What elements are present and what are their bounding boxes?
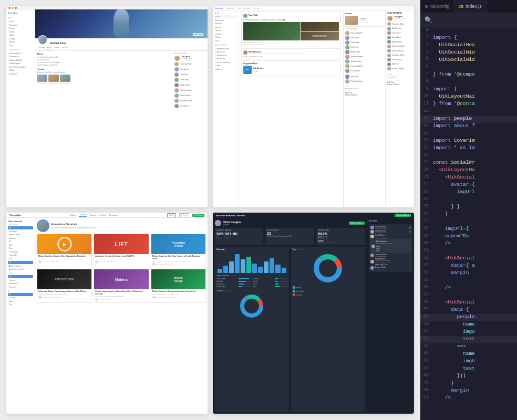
tab-config[interactable]: ⚙ nd.config	[420, 0, 454, 13]
ts-page-title: Animations Tutorials	[51, 223, 95, 226]
sp-nav-friends[interactable]: Friends	[8, 27, 33, 30]
sp-nav-photos[interactable]: Photos	[8, 40, 33, 44]
tab-config-label: nd.config	[430, 4, 450, 9]
sf-right-sidebar: SEND MESSAGE Lila Lights JP Captain Morg…	[385, 10, 414, 207]
ts-gopremium-btn[interactable]: Go Premium	[192, 214, 204, 217]
sp-group-3[interactable]: ● Basketball UK	[8, 59, 33, 62]
code-line-11: 11 } from '@conta	[420, 101, 517, 108]
sp-group-2[interactable]: ● Newsfeed	[8, 55, 33, 58]
code-line-17: 17 import * as im	[420, 145, 517, 152]
sf-post-1: Ryan Wills is eating with Lauren Pacheco…	[241, 12, 341, 47]
code-line-49: 49 }	[420, 380, 517, 387]
code-line-46: 46 imgU	[420, 358, 517, 365]
code-line-44: 44 ==>	[420, 343, 517, 351]
code-line-36: 36 />	[420, 285, 517, 292]
ad-title: Business Analytics Overview	[216, 214, 245, 217]
ad-bar-chart-section: Overview	[215, 247, 289, 412]
ad-metric-sessions: REVIEW STATS 969,942 428,112 $1,290 Next…	[316, 228, 365, 245]
tutorial-screenshot: Tutorialio Explore Tutorials Courses Pro…	[6, 213, 208, 414]
ad-people-list: Isabel Harrison A quite new admirer Stel…	[369, 224, 412, 272]
ad-export-btn[interactable]: Manage Widgets	[395, 214, 411, 217]
code-line-29: 29 name="Ra	[420, 233, 517, 240]
sp-group-6[interactable]: ● Blog	[8, 69, 33, 72]
sp-group-1[interactable]: ● Rodney Ervin	[8, 52, 33, 55]
tab-indexjs[interactable]: JS index.js	[454, 0, 487, 13]
code-line-13: 13 import people	[420, 116, 517, 123]
sp-nav-groups[interactable]: Groups	[8, 37, 33, 40]
ts-register-btn[interactable]: Register	[179, 213, 189, 217]
sp-logo: Sociatio	[8, 12, 33, 15]
code-line-23: 23 imgUrl	[420, 189, 517, 196]
ad-user-avatar	[215, 220, 221, 226]
ts-thumb-4: RAW FOOTAGE	[37, 269, 91, 289]
sp-main-content: Edit Cover Rachel Rose Timeline About Fr…	[35, 9, 208, 207]
sp-nav-files[interactable]: Files	[8, 44, 33, 47]
sp-friends-grid: Henry Harvey Vadim Hall Pauline Crawford	[37, 75, 173, 84]
social-feed-screenshot: Sociatio Make Post Photo/Video Album Go …	[213, 6, 414, 207]
sp-user-name: Rachel Rose	[50, 41, 66, 45]
ts-card-1: ▶ Motion Graphics: Create a Nice Typogra…	[37, 234, 92, 267]
ts-card-3: AmazingTricks Motion Graphics: Give Your…	[151, 234, 206, 267]
sp-nav-events[interactable]: Events	[8, 30, 33, 34]
tab-indexjs-label: index.js	[466, 4, 482, 9]
search-input[interactable]	[435, 17, 513, 23]
ts-navbar: Tutorialio Explore Tutorials Courses Pro…	[6, 213, 208, 218]
ad-metric-users: ACTIVE USERS 21 Recently Closed Partners…	[265, 228, 314, 245]
search-icon: 🔍	[425, 16, 432, 24]
sp-about-title: About	[37, 52, 173, 55]
code-line-9: 9 import {	[420, 86, 517, 93]
editor-tabs: ⚙ nd.config JS index.js	[420, 0, 517, 13]
sp-group-4[interactable]: ● Motorsports	[8, 62, 33, 65]
sp-friends-title: Friends	[37, 68, 173, 70]
ts-sidebar: Filter Tutorials CATEGORIES All Tier Des…	[6, 218, 35, 414]
sf-sidebar: MENU Home Newsfeed Friends Events Videos…	[213, 10, 239, 207]
ad-header: Business Analytics Overview Manage Widge…	[213, 213, 414, 218]
sf-stories-panel: Stories Lila Lights JP Captain Morgan Me…	[343, 10, 385, 207]
text-label: text	[376, 250, 394, 252]
svg-point-3	[246, 301, 257, 311]
code-line-31: 31	[420, 248, 517, 255]
code-line-43: 43 text	[420, 336, 517, 343]
sp-group-7[interactable]: ● Mentors	[8, 72, 33, 76]
code-line-38: 38 <UikSocial	[420, 299, 517, 307]
ad-gender-section: Gender Last 7 Days	[216, 290, 287, 319]
code-line-16: 16 import CoverIm	[420, 138, 517, 145]
sf-stories-title: Stories	[345, 12, 384, 15]
ad-withdraw-btn[interactable]: Withdraw Money	[349, 222, 365, 225]
sp-profile-tabs: Timeline About Friends Photos	[35, 46, 208, 51]
code-line-4: 4 UikSocialWid	[420, 49, 517, 57]
ts-signin-btn[interactable]: Sign In	[167, 213, 176, 217]
code-line-19: 19 const SocialPr	[420, 160, 517, 167]
code-line-42: 42 imgU	[420, 329, 517, 336]
ts-thumb-5: Makers	[94, 269, 148, 289]
code-line-41: 41 name	[420, 321, 517, 329]
ts-card-4: RAW FOOTAGE Advanced Motion: Raw footage…	[37, 269, 92, 302]
code-line-35: 35	[420, 277, 517, 285]
code-line-50: 50 margin	[420, 387, 517, 395]
code-line-7: 7 } from '@compo	[420, 71, 517, 79]
code-line-45: 45 name	[420, 351, 517, 358]
ts-main-content: Animations Tutorials Find out more amazi…	[35, 218, 208, 414]
code-line-1: 1	[420, 27, 517, 35]
sp-nav-home[interactable]: Home	[8, 20, 33, 23]
sp-right-sidebar: SEND MESSAGE Lila Lights JP Captain Morg…	[174, 52, 206, 206]
sp-nav-newsfeed[interactable]: Newsfeed	[8, 24, 33, 27]
editor-content[interactable]: 1 2 import { 3 UikSocialHea 4 UikSocialW…	[420, 27, 517, 420]
sf-topbar: Sociatio Make Post Photo/Video Album Go …	[213, 6, 414, 10]
screenshots-panel: Sociatio MENU Home Newsfeed Friends Even…	[0, 0, 420, 420]
code-line-8: 8	[420, 79, 517, 86]
ad-metric-balance: BUSINESS AMOUNT $25,901.56 $46,119 -12.0…	[215, 228, 263, 245]
sp-sidebar: Sociatio MENU Home Newsfeed Friends Even…	[6, 9, 35, 207]
code-line-18: 18	[420, 152, 517, 160]
sp-nav-videos[interactable]: Videos	[8, 34, 33, 37]
code-line-15: 15	[420, 130, 517, 138]
code-line-51: 51 />	[420, 395, 517, 402]
js-file-icon: JS	[459, 4, 464, 9]
ts-logo: Tutorialio	[9, 214, 21, 217]
code-line-40: 40 people.	[420, 314, 517, 321]
sp-group-5[interactable]: ● For The best Jokes	[8, 66, 33, 69]
code-line-37: 37	[420, 292, 517, 299]
ad-type-section: Type Last 7 Days Paying Subscribed	[291, 247, 365, 412]
ts-card-2: LIFT Animation: Create a flat logo revea…	[94, 234, 149, 267]
code-line-30: 30 />	[420, 240, 517, 248]
